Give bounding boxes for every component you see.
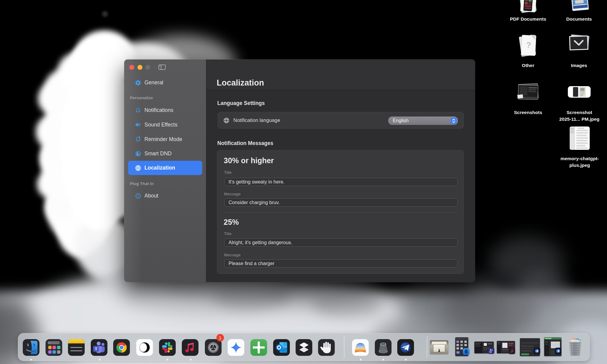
svg-text:T: T xyxy=(95,347,97,351)
